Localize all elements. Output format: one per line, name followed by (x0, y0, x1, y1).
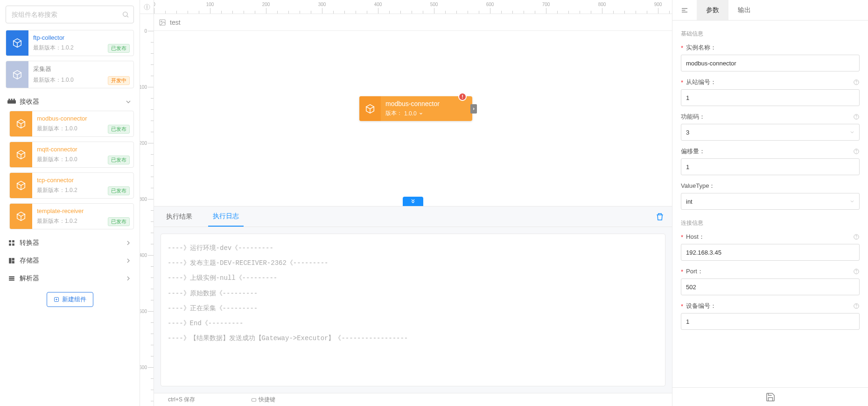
new-component-button[interactable]: 新建组件 (47, 292, 93, 307)
log-panel: 执行结果 执行日志 ----》运行环境-dev《-------------》发布… (154, 206, 672, 393)
instance-name-input[interactable] (681, 55, 860, 71)
svg-rect-2 (7, 100, 16, 104)
ruler-vertical: 0100200300400500600 (140, 14, 154, 406)
search-input[interactable] (6, 6, 134, 23)
node-version[interactable]: 版本：1.0.0 (385, 109, 468, 117)
component-sidebar: ftp-collector 最新版本：1.0.2 已发布 采集器 最新版本：1.… (0, 0, 140, 406)
keyboard-icon (251, 397, 257, 403)
component-title: 采集器 (33, 65, 129, 73)
svg-rect-6 (9, 240, 11, 242)
svg-point-34 (856, 238, 857, 239)
ruler-horizontal: 0100200300400500600700800900 (154, 0, 672, 14)
category-converter[interactable]: 转换器 (6, 234, 134, 252)
help-icon[interactable] (853, 114, 860, 120)
panel-collapse-button[interactable] (403, 197, 423, 206)
tab-exec-log[interactable]: 执行日志 (208, 207, 244, 227)
menu-icon (680, 6, 689, 14)
svg-point-36 (856, 273, 857, 273)
component-card-tcp-connector[interactable]: tcp-connector 最新版本：1.0.2 已发布 (9, 172, 134, 199)
tab-params[interactable]: 参数 (697, 0, 728, 20)
category-parser[interactable]: 解析器 (6, 270, 134, 287)
trash-icon (655, 212, 665, 221)
label-instance-name: 实例名称： (686, 43, 716, 52)
svg-rect-9 (12, 243, 14, 246)
component-title: modbus-connector (37, 115, 129, 122)
svg-rect-13 (9, 276, 14, 277)
help-icon[interactable] (853, 303, 860, 309)
log-body[interactable]: ----》运行环境-dev《-------------》发布主题-DEV-REC… (161, 234, 665, 386)
status-save-hint: ctrl+S 保存 (168, 396, 195, 404)
component-card-template-receiver[interactable]: template-receiver 最新版本：1.0.2 已发布 (9, 203, 134, 229)
canvas-area: 0100200300400500600700800900 01002003004… (140, 0, 672, 406)
canvas-surface[interactable]: ! modbus-connector 版本：1.0.0 (154, 31, 672, 206)
svg-point-38 (856, 307, 857, 308)
category-receiver[interactable]: 接收器 (6, 93, 134, 111)
label-slave-id: 从站编号： (686, 78, 716, 86)
offset-input[interactable] (681, 158, 860, 175)
status-badge: 已发布 (108, 186, 130, 195)
panel-toggle-button[interactable] (672, 0, 697, 20)
plus-icon (54, 297, 59, 302)
help-icon[interactable] (853, 268, 860, 275)
node-output-port[interactable] (470, 104, 477, 114)
component-card-ftp-collector[interactable]: ftp-collector 最新版本：1.0.2 已发布 (6, 30, 134, 56)
svg-point-0 (123, 12, 127, 16)
chevron-right-icon (125, 239, 132, 247)
category-label: 接收器 (20, 98, 39, 106)
func-code-select[interactable] (681, 124, 860, 141)
cube-icon (10, 142, 32, 167)
section-connection-info: 连接信息 (681, 219, 860, 227)
svg-point-22 (161, 21, 162, 22)
node-name: modbus-connector (385, 100, 468, 107)
category-storage[interactable]: 存储器 (6, 252, 134, 270)
label-offset: 偏移量： (681, 147, 705, 156)
component-title: tcp-connector (37, 177, 129, 184)
chevron-right-icon (125, 257, 132, 264)
cube-icon (6, 30, 28, 56)
svg-rect-4 (11, 99, 13, 100)
svg-point-30 (856, 118, 857, 119)
cube-icon (6, 61, 28, 88)
svg-point-28 (856, 84, 857, 84)
cube-icon (10, 204, 32, 229)
component-title: mqtt-connector (37, 146, 129, 153)
label-value-type: ValueType： (681, 182, 715, 190)
help-icon[interactable] (853, 148, 860, 155)
status-shortcut-hint: 快捷键 (251, 396, 275, 404)
search-icon (122, 11, 129, 18)
status-badge: 已发布 (108, 44, 130, 53)
svg-rect-12 (12, 261, 14, 264)
component-card-collector[interactable]: 采集器 最新版本：1.0.0 开发中 (6, 61, 134, 88)
tab-output[interactable]: 输出 (728, 0, 760, 20)
flow-node-modbus-connector[interactable]: ! modbus-connector 版本：1.0.0 (359, 96, 472, 121)
cube-icon (10, 173, 32, 198)
component-card-mqtt-connector[interactable]: mqtt-connector 最新版本：1.0.0 已发布 (9, 142, 134, 168)
host-input[interactable] (681, 244, 860, 261)
help-icon[interactable] (853, 234, 860, 240)
storage-icon (7, 257, 16, 264)
svg-rect-3 (8, 99, 10, 100)
status-badge: 已发布 (108, 217, 130, 226)
port-input[interactable] (681, 278, 860, 295)
component-card-modbus-connector[interactable]: modbus-connector 最新版本：1.0.0 已发布 (9, 111, 134, 137)
svg-marker-20 (146, 5, 147, 9)
device-id-input[interactable] (681, 313, 860, 330)
help-icon[interactable] (853, 79, 860, 85)
section-basic-info: 基础信息 (681, 30, 860, 38)
search-box (6, 6, 134, 23)
image-icon (159, 19, 166, 26)
svg-line-1 (127, 16, 128, 17)
compass-icon (143, 3, 151, 11)
clear-log-button[interactable] (655, 212, 665, 221)
category-label: 解析器 (20, 274, 39, 283)
svg-rect-10 (9, 258, 11, 264)
category-label: 转换器 (20, 239, 39, 247)
slave-id-input[interactable] (681, 89, 860, 106)
svg-rect-11 (12, 258, 14, 260)
parser-icon (7, 275, 16, 282)
chevron-down-icon (125, 98, 132, 106)
save-button[interactable] (765, 392, 776, 402)
value-type-select[interactable] (681, 193, 860, 210)
receiver-icon (7, 99, 16, 105)
tab-exec-result[interactable]: 执行结果 (161, 207, 197, 227)
